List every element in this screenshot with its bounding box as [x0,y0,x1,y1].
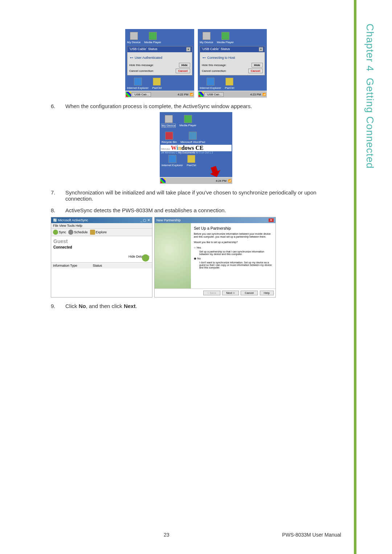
cancel-button[interactable]: Cancel [241,291,258,295]
taskbar-time: 4:22 PM [177,93,188,96]
page-footer: 23 PWS-8033M User Manual [0,532,392,538]
step-8: 8. ActiveSync detects the PWS-8033M and … [51,207,341,213]
manual-name: PWS-8033M User Manual [282,532,341,538]
status-message: User Authenticated [135,56,162,59]
dialog-question: Would you like to set up a partnership? [194,241,273,244]
step-6: 6. When the configuration process is com… [51,103,341,109]
media-player-icon: Media Player [217,32,234,44]
pwrctrl-icon: PwrCtrl [152,78,162,90]
connection-icon: ⊷ [130,56,133,59]
close-icon[interactable]: × [259,47,263,52]
schedule-button[interactable]: Schedule [68,230,88,235]
page-content: My Device Media Player `USB Cable` Statu… [0,0,392,327]
sync-status-icon [142,254,149,262]
taskbar-task[interactable]: `USB Cab... [204,92,224,97]
start-icon[interactable] [199,92,204,97]
recycle-bin-icon: Recycle Bin [162,132,177,144]
next-button[interactable]: Next > [222,291,238,295]
my-device-icon: My Device [200,32,213,44]
hide-details-link[interactable]: Hide Details ☆ [53,255,150,258]
window-title: 🔄 Microsoft ActiveSync [53,218,88,222]
red-arrow-icon [211,166,221,177]
chapter-heading: Chapter 4 Getting Connected [364,24,376,169]
step-7: 7. Synchronization will be initialized a… [51,189,341,202]
explore-button[interactable]: Explore [90,230,107,235]
taskbar: 4:24 PM 📶 [160,177,232,184]
taskbar-tray-icon: 📶 [190,93,193,96]
wordpad-icon: Microsoft WordPad [180,132,205,144]
step-9: 9. Click No, and then click Next. [51,303,341,309]
back-button: < Back [203,291,220,295]
ie-icon: Internet Explorer [200,78,221,90]
column-headers: Information Type Status [51,262,152,268]
dialog-heading: Set Up a Partnership [194,226,273,230]
step-number: 9. [51,303,58,309]
window-controls[interactable]: _ ▢ ✕ [140,218,150,222]
activesync-window: 🔄 Microsoft ActiveSync _ ▢ ✕ File View T… [51,217,152,297]
cancel-button[interactable]: Cancel [176,69,190,73]
taskbar-task[interactable]: `USB Cab... [132,92,151,97]
my-device-icon: My Device [127,32,140,44]
radio-no[interactable]: ◉ No [194,257,273,260]
ce-desktop-screen: My Device Media Player Recycle Bin Micro… [160,112,232,184]
start-icon[interactable] [126,92,131,97]
activesync-screenshots: 🔄 Microsoft ActiveSync _ ▢ ✕ File View T… [51,217,341,297]
help-button[interactable]: Help [260,291,274,295]
mobile-screen-right: My Device Media Player `USB Cable` Statu… [198,29,267,98]
page-accent-bar [354,0,356,554]
ie-icon: Internet Explorer [162,155,183,167]
taskbar-tray-icon: 📶 [228,179,232,182]
hide-button[interactable]: Hide [179,63,190,67]
page-number: 23 [164,532,170,538]
chapter-number: Chapter 4 [364,24,376,71]
pwrctrl-icon: PwrCtrl [225,78,234,90]
sync-button[interactable]: Sync [53,230,66,235]
menubar[interactable]: File View Tools Help [51,223,152,229]
pwrctrl-icon: PwrCtrl [187,155,196,167]
ie-icon: Internet Explorer [127,78,148,90]
dialog-intro: Before you can synchronize information b… [194,233,273,239]
partnership-dialog: New Partnership ✕ Set Up a Partnership B… [154,217,276,297]
radio-yes[interactable]: ○ Yes [194,246,273,249]
close-icon[interactable]: ✕ [269,218,274,222]
hide-button[interactable]: Hide [252,63,263,67]
close-icon[interactable]: × [186,47,191,52]
media-player-icon: Media Player [144,32,161,44]
step-text: Synchronization will be initialized and … [65,189,341,202]
step-number: 6. [51,103,58,109]
step-number: 8. [51,207,58,213]
step-text: When the configuration process is comple… [65,103,252,109]
cancel-button[interactable]: Cancel [248,69,263,73]
device-name: Guest [53,238,150,244]
taskbar: `USB Cab... 4:22 PM 📶 [125,91,194,98]
usb-status-dialog: `USB Cable` Status × ⊷ User Authenticate… [127,46,192,75]
screenshot-pair: My Device Media Player `USB Cable` Statu… [51,29,341,98]
connection-icon: ⊷ [203,56,206,59]
taskbar-tray-icon: 📶 [262,93,266,96]
taskbar: `USB Cab... 4:23 PM 📶 [198,91,267,98]
start-icon[interactable] [160,178,166,183]
step-text: ActiveSync detects the PWS-8033M and est… [65,207,226,213]
media-player-icon: Media Player [179,115,196,128]
taskbar-time: 4:24 PM [216,179,226,182]
chapter-title: Getting Connected [364,78,376,169]
step-text: Click No, and then click Next. [65,303,137,309]
windows-logo-text: WinWindowsdows CE [171,145,204,151]
connection-status: Connected [53,245,150,249]
status-message: Connecting to Host [207,56,235,59]
my-device-icon: My Device [162,115,176,128]
wizard-image [155,223,191,288]
mobile-screen-left: My Device Media Player `USB Cable` Statu… [125,29,194,98]
dialog-title: `USB Cable` Status [129,47,158,52]
dialog-title: New Partnership [156,218,181,222]
step-number: 7. [51,189,58,202]
dialog-title: `USB Cable` Status [201,47,230,52]
usb-status-dialog: `USB Cable` Status × ⊷ Connecting to Hos… [200,46,265,75]
toolbar: Sync Schedule Explore [51,229,152,236]
taskbar-time: 4:23 PM [250,93,261,96]
